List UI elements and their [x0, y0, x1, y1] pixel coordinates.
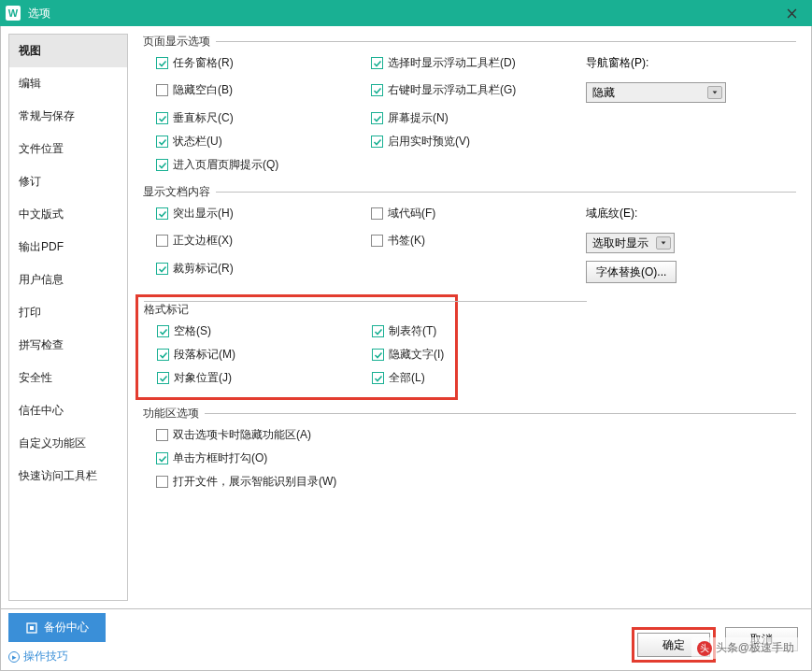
checkbox-option[interactable]: 屏幕提示(N): [371, 110, 586, 126]
tips-link[interactable]: ▸ 操作技巧: [8, 649, 68, 664]
checkbox-option[interactable]: 垂直标尺(C): [156, 110, 371, 126]
field-shading-select[interactable]: 选取时显示: [586, 233, 675, 253]
checkbox-option[interactable]: 域代码(F): [371, 206, 586, 221]
checkbox-icon: [156, 112, 168, 124]
sidebar-item[interactable]: 输出PDF: [9, 231, 127, 264]
checkbox-icon: [371, 235, 383, 247]
content-panel: 页面显示选项 任务窗格(R)选择时显示浮动工具栏(D)导航窗格(P):隐藏空白(…: [128, 26, 811, 608]
checkbox-label: 双击选项卡时隐藏功能区(A): [173, 427, 311, 443]
sidebar-item[interactable]: 用户信息: [9, 264, 127, 296]
checkbox-icon: [157, 349, 169, 361]
chevron-down-icon: [707, 86, 722, 99]
checkbox-label: 任务窗格(R): [173, 55, 234, 71]
checkbox-option[interactable]: 隐藏文字(I): [372, 347, 587, 363]
checkbox-option[interactable]: 空格(S): [157, 323, 372, 339]
checkbox-icon: [371, 136, 383, 148]
font-substitute-button[interactable]: 字体替换(O)...: [586, 261, 677, 283]
sidebar: 视图编辑常规与保存文件位置修订中文版式输出PDF用户信息打印拼写检查安全性信任中…: [8, 34, 128, 601]
checkbox-option[interactable]: 选择时显示浮动工具栏(D): [371, 55, 586, 71]
ok-button[interactable]: 确定: [637, 633, 710, 657]
select-value: 隐藏: [592, 85, 615, 101]
checkbox-label: 单击方框时打勾(O): [173, 450, 267, 466]
checkbox-label: 状态栏(U): [173, 134, 222, 150]
close-icon: [787, 8, 797, 19]
checkbox-label: 隐藏文字(I): [389, 347, 444, 363]
group-legend: 页面显示选项: [143, 34, 216, 50]
checkbox-option[interactable]: 段落标记(M): [157, 347, 372, 363]
group-ribbon: 功能区选项 双击选项卡时隐藏功能区(A)单击方框时打勾(O)打开文件，展示智能识…: [143, 406, 796, 495]
checkbox-label: 裁剪标记(R): [173, 261, 234, 277]
cancel-button[interactable]: 取消: [725, 627, 798, 651]
tips-label: 操作技巧: [23, 649, 68, 664]
checkbox-option[interactable]: 状态栏(U): [156, 134, 371, 150]
checkbox-option[interactable]: 突出显示(H): [156, 206, 371, 221]
select-value: 选取时显示: [592, 236, 648, 251]
checkbox-label: 段落标记(M): [174, 347, 235, 363]
checkbox-icon: [156, 476, 168, 488]
group-legend: 显示文档内容: [143, 184, 216, 200]
highlight-ok: 确定: [632, 627, 716, 663]
sidebar-item[interactable]: 拼写检查: [9, 329, 127, 362]
checkbox-option[interactable]: 单击方框时打勾(O): [156, 450, 267, 466]
group-format-marks: 格式标记 空格(S)制表符(T)段落标记(M)隐藏文字(I)对象位置(J)全部(…: [144, 301, 587, 392]
sidebar-item[interactable]: 信任中心: [9, 394, 127, 427]
group-page-display: 页面显示选项 任务窗格(R)选择时显示浮动工具栏(D)导航窗格(P):隐藏空白(…: [143, 34, 796, 178]
titlebar: W 选项: [0, 0, 812, 26]
checkbox-label: 正文边框(X): [173, 233, 233, 249]
sidebar-item[interactable]: 安全性: [9, 362, 127, 394]
checkbox-icon: [156, 159, 168, 171]
checkbox-option[interactable]: 进入页眉页脚提示(Q): [156, 157, 371, 173]
checkbox-option[interactable]: 任务窗格(R): [156, 55, 371, 71]
sidebar-item[interactable]: 中文版式: [9, 198, 127, 231]
sidebar-item[interactable]: 快速访问工具栏: [9, 460, 127, 493]
checkbox-option[interactable]: 对象位置(J): [157, 370, 372, 386]
sidebar-item[interactable]: 自定义功能区: [9, 427, 127, 460]
checkbox-icon: [157, 325, 169, 337]
sidebar-item[interactable]: 视图: [9, 35, 127, 67]
sidebar-item[interactable]: 编辑: [9, 67, 127, 100]
checkbox-option[interactable]: 双击选项卡时隐藏功能区(A): [156, 427, 311, 443]
sidebar-item[interactable]: 修订: [9, 165, 127, 198]
checkbox-icon: [372, 349, 384, 361]
checkbox-icon: [156, 263, 168, 275]
sidebar-item[interactable]: 打印: [9, 296, 127, 329]
sidebar-item[interactable]: 文件位置: [9, 133, 127, 165]
checkbox-option[interactable]: 打开文件，展示智能识别目录(W): [156, 474, 336, 490]
sidebar-item[interactable]: 常规与保存: [9, 100, 127, 133]
checkbox-option[interactable]: 启用实时预览(V): [371, 134, 586, 150]
play-icon: ▸: [8, 651, 20, 663]
chevron-down-icon: [656, 236, 671, 250]
checkbox-label: 启用实时预览(V): [388, 134, 470, 150]
checkbox-label: 屏幕提示(N): [388, 110, 449, 126]
checkbox-icon: [371, 84, 383, 96]
checkbox-label: 右键时显示浮动工具栏(G): [388, 82, 516, 98]
window-title: 选项: [28, 6, 50, 21]
checkbox-option[interactable]: 右键时显示浮动工具栏(G): [371, 82, 586, 98]
checkbox-option[interactable]: 正文边框(X): [156, 233, 371, 249]
checkbox-label: 制表符(T): [389, 323, 436, 339]
backup-center-button[interactable]: 备份中心: [8, 613, 106, 642]
close-button[interactable]: [776, 0, 806, 26]
checkbox-label: 选择时显示浮动工具栏(D): [388, 55, 516, 71]
checkbox-label: 打开文件，展示智能识别目录(W): [173, 474, 336, 490]
checkbox-option[interactable]: 全部(L): [372, 370, 587, 386]
checkbox-option[interactable]: 书签(K): [371, 233, 586, 249]
footer: 备份中心 ▸ 操作技巧 确定 取消 头 头条@极速手助: [0, 609, 812, 671]
checkbox-label: 书签(K): [388, 233, 425, 249]
checkbox-label: 全部(L): [389, 370, 425, 386]
backup-icon: [25, 621, 38, 635]
checkbox-option[interactable]: 隐藏空白(B): [156, 82, 371, 98]
checkbox-icon: [372, 325, 384, 337]
checkbox-icon: [156, 136, 168, 148]
nav-pane-select[interactable]: 隐藏: [586, 82, 726, 103]
checkbox-option[interactable]: 裁剪标记(R): [156, 261, 371, 277]
checkbox-icon: [156, 429, 168, 441]
group-doc-content: 显示文档内容 突出显示(H)域代码(F)域底纹(E):正文边框(X)书签(K)选…: [143, 184, 796, 289]
checkbox-icon: [371, 112, 383, 124]
group-legend: 功能区选项: [143, 406, 205, 421]
checkbox-icon: [156, 84, 168, 96]
checkbox-label: 对象位置(J): [174, 370, 232, 386]
checkbox-option[interactable]: 制表符(T): [372, 323, 587, 339]
group-legend: 格式标记: [144, 301, 587, 318]
highlight-format-marks: 格式标记 空格(S)制表符(T)段落标记(M)隐藏文字(I)对象位置(J)全部(…: [135, 294, 458, 400]
